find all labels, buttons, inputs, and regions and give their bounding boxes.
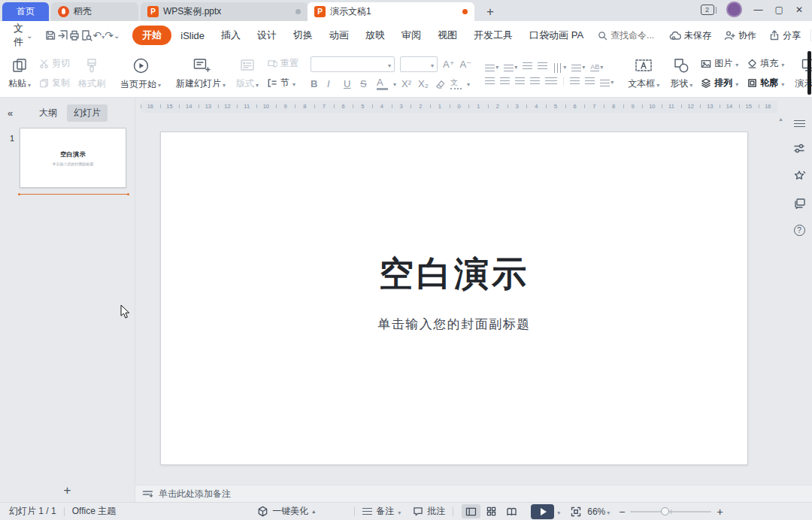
ribbon-tab-home[interactable]: 开始	[132, 26, 171, 45]
outline-tab[interactable]: 大纲	[32, 104, 64, 122]
play-from-current-button[interactable]: 当页开始	[115, 50, 166, 97]
decrease-indent-button[interactable]	[523, 62, 532, 69]
share-button[interactable]: 分享	[769, 29, 801, 42]
command-search-input[interactable]	[611, 30, 660, 41]
scroll-up-arrow-icon[interactable]: ▲	[778, 116, 783, 122]
arrange-button[interactable]: 排列	[701, 77, 738, 89]
window-switcher-button[interactable]: 2	[701, 5, 714, 15]
line-spacing-icon[interactable]	[570, 77, 580, 84]
save-status[interactable]: 未保存	[669, 29, 711, 42]
slide-canvas[interactable]: 空白演示 单击输入您的封面副标题	[160, 132, 748, 465]
slideshow-play-button[interactable]	[531, 504, 554, 519]
char-spacing-button[interactable]: AB	[590, 61, 603, 71]
play-options-dropdown[interactable]	[557, 506, 560, 517]
increase-indent-button[interactable]	[538, 62, 547, 69]
underline-button[interactable]: U	[344, 78, 355, 89]
ribbon-tab-slideshow[interactable]: 放映	[358, 26, 392, 45]
ribbon-tab-transition[interactable]: 切换	[286, 26, 320, 45]
fill-button[interactable]: 填充	[747, 57, 784, 70]
textbox-button[interactable]: 文本框	[623, 50, 665, 97]
new-tab-button[interactable]: +	[486, 5, 494, 18]
ribbon-tab-devtools[interactable]: 开发工具	[466, 26, 520, 45]
new-slide-button[interactable]: 新建幻灯片	[171, 50, 231, 97]
slide-sorter-view-button[interactable]	[482, 504, 501, 518]
align-text-button[interactable]	[571, 61, 585, 71]
cut-button[interactable]: 剪切	[39, 57, 70, 70]
italic-button[interactable]: I	[327, 78, 338, 89]
comments-button[interactable]: 批注	[413, 505, 445, 518]
slide-subtitle[interactable]: 单击输入您的封面副标题	[377, 316, 531, 333]
tab-home[interactable]: 首页	[2, 2, 49, 21]
ribbon-tab-islide[interactable]: iSlide	[173, 27, 212, 44]
slide-title[interactable]: 空白演示	[379, 251, 529, 298]
increase-font-button[interactable]: A⁺	[443, 59, 455, 70]
superscript-button[interactable]: X²	[401, 78, 413, 89]
ribbon-scrollbar-thumb[interactable]	[807, 51, 811, 95]
line-height-button[interactable]	[600, 76, 614, 86]
properties-sliders-icon[interactable]	[793, 143, 805, 154]
export-button[interactable]	[56, 29, 68, 41]
numbering-button[interactable]	[504, 61, 517, 71]
beautify-button[interactable]: 一键美化 ▴	[257, 505, 315, 518]
beautify-wand-icon[interactable]	[793, 170, 806, 182]
slide-thumbnail[interactable]: 空白演示 单击输入您的封面副标题	[20, 128, 126, 188]
notes-bar[interactable]: 单击此处添加备注	[135, 485, 812, 502]
print-button[interactable]	[68, 29, 80, 41]
clear-format-eraser-icon[interactable]	[435, 79, 445, 89]
justify-icon[interactable]	[530, 77, 540, 84]
theme-name[interactable]: Office 主题	[72, 505, 116, 518]
tab-docer[interactable]: 稻壳	[51, 2, 138, 21]
save-button[interactable]	[44, 29, 56, 41]
reading-view-button[interactable]	[502, 504, 521, 518]
zoom-dropdown[interactable]	[607, 506, 610, 517]
text-direction-button[interactable]	[553, 61, 566, 71]
align-right-icon[interactable]	[515, 77, 525, 84]
section-button[interactable]: 节	[267, 77, 298, 89]
shapes-button[interactable]: 形状	[665, 50, 698, 97]
reset-button[interactable]: 重置	[267, 57, 298, 70]
outline-button[interactable]: 轮廓	[747, 77, 784, 89]
zoom-slider[interactable]	[630, 511, 711, 512]
zoom-slider-knob[interactable]	[661, 507, 669, 515]
paragraph-spacing-icon[interactable]	[585, 77, 595, 84]
zoom-level[interactable]: 66%	[587, 506, 605, 517]
command-search[interactable]	[598, 30, 660, 41]
avatar[interactable]	[726, 2, 742, 17]
fit-to-window-button[interactable]	[571, 506, 581, 517]
redo-button[interactable]: ↷	[105, 29, 114, 41]
collaborate-button[interactable]: 协作	[724, 29, 756, 42]
distribute-icon[interactable]	[545, 77, 557, 84]
align-center-icon[interactable]	[500, 77, 510, 84]
bold-button[interactable]: B	[311, 78, 322, 89]
maximize-button[interactable]: ▢	[775, 5, 783, 14]
font-family-select[interactable]	[311, 56, 395, 72]
collapse-panel-button[interactable]: «	[8, 107, 13, 119]
tab-document-1[interactable]: P WPS案例.pptx	[141, 2, 308, 21]
paste-button[interactable]: 粘贴	[3, 50, 36, 97]
panel-handle-icon[interactable]	[794, 120, 805, 127]
bullets-button[interactable]	[485, 61, 498, 71]
file-menu-button[interactable]: 文件	[14, 22, 23, 49]
customize-quickbar-button[interactable]	[114, 32, 120, 40]
font-size-select[interactable]	[400, 56, 438, 72]
zoom-out-button[interactable]: −	[619, 506, 625, 518]
notes-button[interactable]: 备注	[362, 505, 401, 518]
normal-view-button[interactable]	[462, 504, 480, 518]
minimize-button[interactable]: —	[754, 5, 763, 14]
font-color-button[interactable]: A	[377, 77, 388, 90]
picture-button[interactable]: 图片	[701, 57, 738, 70]
print-preview-button[interactable]	[80, 29, 92, 41]
decrease-font-button[interactable]: A⁻	[460, 59, 472, 70]
subscript-button[interactable]: X₂	[418, 78, 429, 89]
format-painter-button[interactable]: 格式刷	[73, 50, 111, 97]
slides-tab[interactable]: 幻灯片	[67, 104, 108, 122]
close-button[interactable]: ✕	[795, 5, 803, 14]
ribbon-tab-design[interactable]: 设计	[250, 26, 284, 45]
slide-canvas-area[interactable]: 空白演示 单击输入您的封面副标题 ▲ ?	[135, 113, 812, 485]
help-icon[interactable]: ?	[794, 225, 805, 236]
zoom-in-button[interactable]: +	[717, 506, 723, 518]
undo-button[interactable]: ↶	[92, 29, 105, 41]
ribbon-tab-animation[interactable]: 动画	[322, 26, 356, 45]
align-left-icon[interactable]	[485, 77, 495, 84]
ribbon-tab-insert[interactable]: 插入	[214, 26, 248, 45]
